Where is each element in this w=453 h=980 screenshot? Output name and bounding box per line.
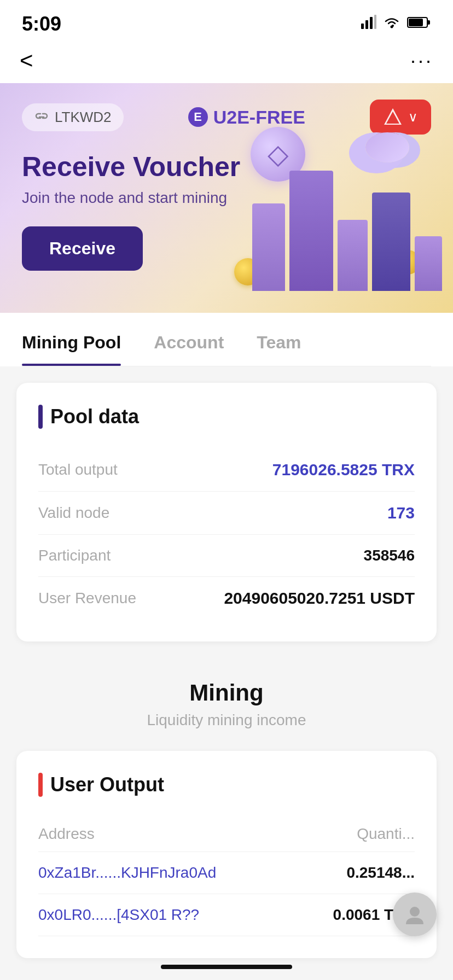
building-3 [338,220,368,291]
more-button[interactable]: ··· [410,49,433,72]
hero-banner: LTKWD2 E U2E-FREE ∨ Receive Voucher Join… [0,83,453,313]
svg-point-4 [391,26,393,28]
user-output-title: User Output [38,773,415,797]
cloud-icon [365,132,409,162]
logo-icon: E [188,107,208,127]
hero-illustration: ◇ [223,116,442,307]
svg-rect-1 [365,20,368,29]
receive-button[interactable]: Receive [22,226,143,271]
mining-section: Mining Liquidity mining income [0,658,453,751]
svg-rect-7 [409,19,423,26]
tabs-container: Mining Pool Account Team [22,313,431,366]
valid-node-row: Valid node 173 [38,492,415,535]
user-revenue-row: User Revenue 20490605020.7251 USDT [38,577,415,620]
link-icon [34,109,49,125]
valid-node-value: 173 [387,504,415,522]
col-quantity-label: Quanti... [357,825,415,843]
nav-bar: < ··· [0,44,453,83]
table-row: 0xZa1Br......KJHFnJra0Ad 0.25148... [38,852,415,894]
svg-rect-6 [427,20,430,25]
signal-icon [361,15,376,34]
user-output-card: User Output Address Quanti... 0xZa1Br...… [16,751,437,958]
quantity-value-1: 0.25148... [346,864,415,882]
avatar-icon [404,903,426,925]
home-indicator [161,965,292,969]
mining-subtitle: Liquidity mining income [22,711,431,729]
tab-team[interactable]: Team [257,313,301,366]
total-output-row: Total output 7196026.5825 TRX [38,448,415,492]
tab-mining-pool[interactable]: Mining Pool [22,313,121,366]
total-output-value: 7196026.5825 TRX [272,460,415,479]
status-time: 5:09 [22,13,61,36]
building-group [252,171,442,291]
user-revenue-value: 20490605020.7251 USDT [224,589,415,608]
wifi-icon [383,15,400,33]
building-4 [372,192,410,291]
participant-row: Participant 358546 [38,535,415,577]
pool-data-card: Pool data Total output 7196026.5825 TRX … [16,383,437,641]
user-revenue-label: User Revenue [38,590,136,607]
title-bar-accent-red [38,773,43,797]
building-2 [289,171,333,291]
participant-value: 358546 [364,547,415,564]
status-icons [361,15,431,34]
address-link-1[interactable]: 0xZa1Br......KJHFnJra0Ad [38,864,216,882]
participant-label: Participant [38,547,111,564]
referral-code-text: LTKWD2 [55,109,112,126]
col-address-label: Address [38,825,95,843]
battery-icon [407,15,431,33]
total-output-label: Total output [38,461,118,479]
svg-rect-0 [361,24,364,29]
tabs-section: Mining Pool Account Team [0,313,453,366]
valid-node-label: Valid node [38,504,109,522]
address-link-2[interactable]: 0x0LR0......[4SX01 R?? [38,906,199,924]
referral-code-badge: LTKWD2 [22,103,124,131]
svg-point-10 [410,907,420,917]
status-bar: 5:09 [0,0,453,44]
mining-title: Mining [22,680,431,706]
table-header: Address Quanti... [38,816,415,852]
svg-rect-3 [374,15,376,29]
avatar-float[interactable] [393,892,437,936]
table-row: 0x0LR0......[4SX01 R?? 0.0061 TRX [38,894,415,936]
svg-rect-2 [370,17,373,29]
building-1 [252,203,285,291]
back-button[interactable]: < [20,49,33,72]
building-5 [415,236,442,291]
pool-data-title: Pool data [38,405,415,429]
tab-account[interactable]: Account [154,313,224,366]
title-bar-accent [38,405,43,429]
